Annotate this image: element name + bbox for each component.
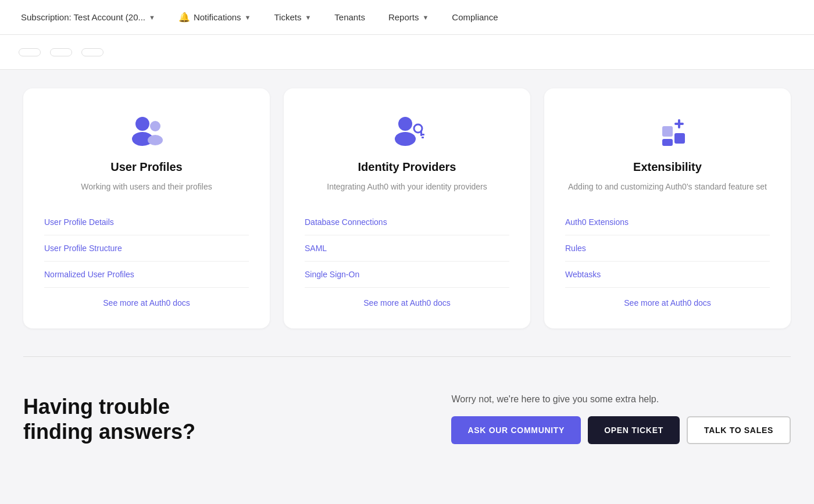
link-auth0-extensions[interactable]: Auth0 Extensions	[565, 209, 770, 235]
link-rules[interactable]: Rules	[565, 235, 770, 262]
bell-icon: 🔔	[178, 12, 190, 23]
svg-rect-9	[422, 137, 424, 138]
tab-pill-1[interactable]	[19, 48, 41, 56]
svg-rect-8	[422, 134, 424, 135]
notifications-label: Notifications	[194, 12, 241, 22]
user-profiles-desc: Working with users and their profiles	[81, 181, 212, 193]
subscription-label: Subscription: Test Account (20...	[21, 12, 145, 22]
user-profiles-links: User Profile Details User Profile Struct…	[44, 209, 249, 308]
extensibility-desc: Adding to and customizing Auth0's standa…	[568, 181, 767, 193]
svg-point-0	[135, 117, 149, 131]
link-single-sign-on[interactable]: Single Sign-On	[305, 262, 509, 288]
tickets-label: Tickets	[274, 12, 302, 22]
extensibility-see-more[interactable]: See more at Auth0 docs	[565, 288, 770, 308]
svg-point-3	[148, 135, 163, 145]
subscription-menu[interactable]: Subscription: Test Account (20... ▼	[19, 8, 158, 27]
bottom-buttons: ASK OUR COMMUNITY OPEN TICKET TALK TO SA…	[451, 416, 791, 444]
svg-point-2	[150, 121, 160, 131]
tab-pill-2[interactable]	[50, 48, 72, 56]
identity-providers-desc: Integrating Auth0 with your identity pro…	[327, 181, 487, 193]
extensibility-card: Extensibility Adding to and customizing …	[544, 88, 791, 328]
chevron-down-icon: ▼	[305, 14, 311, 21]
tickets-menu[interactable]: Tickets ▼	[272, 8, 314, 27]
user-profiles-title: User Profiles	[110, 160, 182, 174]
reports-label: Reports	[388, 12, 419, 22]
link-webtasks[interactable]: Webtasks	[565, 262, 770, 288]
extensibility-title: Extensibility	[633, 160, 702, 174]
tab-pill-3[interactable]	[81, 48, 103, 56]
link-user-profile-structure[interactable]: User Profile Structure	[44, 235, 249, 262]
identity-providers-links: Database Connections SAML Single Sign-On…	[305, 209, 509, 308]
ask-community-button[interactable]: ASK OUR COMMUNITY	[451, 416, 581, 444]
link-user-profile-details[interactable]: User Profile Details	[44, 209, 249, 235]
extensibility-icon	[647, 112, 688, 149]
svg-point-5	[395, 132, 416, 146]
chevron-down-icon: ▼	[245, 14, 251, 21]
svg-rect-11	[662, 139, 673, 146]
svg-rect-14	[674, 123, 684, 125]
reports-menu[interactable]: Reports ▼	[386, 8, 431, 27]
bottom-right: Worry not, we're here to give you some e…	[451, 394, 791, 444]
svg-rect-10	[662, 126, 673, 137]
tenants-label: Tenants	[334, 12, 365, 22]
identity-providers-title: Identity Providers	[358, 160, 456, 174]
bottom-divider	[23, 356, 791, 357]
bottom-section: Having trouble finding answers? Worry no…	[23, 385, 791, 467]
chevron-down-icon: ▼	[149, 14, 155, 21]
svg-rect-12	[674, 133, 685, 144]
compliance-label: Compliance	[452, 12, 498, 22]
user-profiles-card: User Profiles Working with users and the…	[23, 88, 270, 328]
identity-providers-icon	[387, 112, 427, 149]
top-navigation: Subscription: Test Account (20... ▼ 🔔 No…	[0, 0, 814, 35]
notifications-menu[interactable]: 🔔 Notifications ▼	[176, 7, 254, 27]
compliance-menu[interactable]: Compliance	[449, 8, 500, 27]
identity-providers-card: Identity Providers Integrating Auth0 wit…	[284, 88, 530, 328]
talk-to-sales-button[interactable]: TALK TO SALES	[687, 416, 791, 444]
bottom-subtitle: Worry not, we're here to give you some e…	[451, 394, 659, 405]
extensibility-links: Auth0 Extensions Rules Webtasks See more…	[565, 209, 770, 308]
identity-providers-see-more[interactable]: See more at Auth0 docs	[305, 288, 509, 308]
bottom-title: Having trouble finding answers?	[23, 394, 244, 444]
chevron-down-icon: ▼	[422, 14, 429, 21]
link-saml[interactable]: SAML	[305, 235, 509, 262]
cards-grid: User Profiles Working with users and the…	[23, 88, 791, 328]
tenants-menu[interactable]: Tenants	[332, 8, 367, 27]
main-content: User Profiles Working with users and the…	[0, 70, 814, 504]
link-normalized-user-profiles[interactable]: Normalized User Profiles	[44, 262, 249, 288]
open-ticket-button[interactable]: OPEN TICKET	[588, 416, 680, 444]
user-profiles-icon	[126, 112, 167, 149]
link-database-connections[interactable]: Database Connections	[305, 209, 509, 235]
user-profiles-see-more[interactable]: See more at Auth0 docs	[44, 288, 249, 308]
secondary-nav	[0, 35, 814, 70]
svg-point-4	[398, 117, 412, 131]
